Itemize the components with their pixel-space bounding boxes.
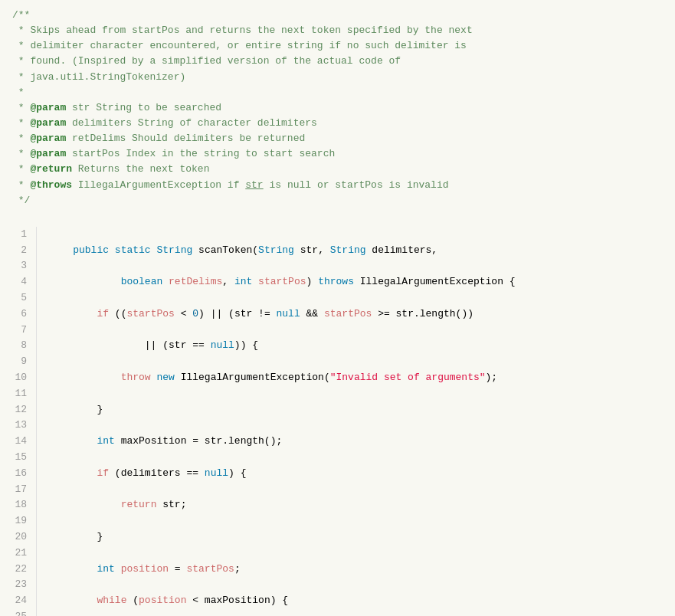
code-section: 1 2 3 4 5 6 7 8 9 10 11 12 13 14 15 16 1…	[0, 227, 675, 616]
comment-return: * @return Returns the next token	[12, 163, 209, 175]
comment-param-delimiters: * @param delimiters String of character …	[12, 117, 317, 129]
comment-end: */	[12, 195, 30, 206]
comment-param-str: * @param str String to be searched	[12, 102, 221, 113]
code-body: public static String scanToken(String st…	[37, 227, 675, 616]
code-line-3: if ((startPos < 0) || (str != null && st…	[49, 306, 663, 323]
comment-line-3: * delimiter character encountered, or en…	[12, 40, 467, 51]
code-line-10: }	[49, 529, 663, 546]
comment-param-retdelims: * @param retDelims Should delimiters be …	[12, 133, 305, 144]
comment-line-1: /**	[12, 9, 30, 21]
code-line-7: int maxPosition = str.length();	[49, 434, 663, 450]
line-numbers: 1 2 3 4 5 6 7 8 9 10 11 12 13 14 15 16 1…	[0, 227, 37, 616]
divider	[0, 213, 675, 227]
javadoc-comment: /** * Skips ahead from startPos and retu…	[0, 0, 675, 213]
code-line-11: int position = startPos;	[49, 562, 663, 578]
comment-throws: * @throws IllegalArgumentException if st…	[12, 179, 449, 191]
code-viewer: /** * Skips ahead from startPos and retu…	[0, 0, 675, 616]
code-line-6: }	[49, 402, 663, 418]
comment-line-5: * java.util.StringTokenizer)	[12, 71, 185, 83]
code-line-1: public static String scanToken(String st…	[49, 243, 663, 259]
comment-param-startpos: * @param startPos Index in the string to…	[12, 148, 335, 159]
code-line-4: || (str == null)) {	[49, 338, 663, 354]
code-line-5: throw new IllegalArgumentException("Inva…	[49, 370, 663, 386]
comment-line-4: * found. (Inspired by a simplified versi…	[12, 55, 401, 67]
code-line-2: boolean retDelims, int startPos) throws …	[49, 274, 663, 290]
code-line-12: while (position < maxPosition) {	[49, 593, 663, 609]
code-line-8: if (delimiters == null) {	[49, 466, 663, 482]
comment-line-6: *	[12, 87, 25, 98]
comment-line-2: * Skips ahead from startPos and returns …	[12, 25, 473, 36]
code-line-9: return str;	[49, 497, 663, 513]
